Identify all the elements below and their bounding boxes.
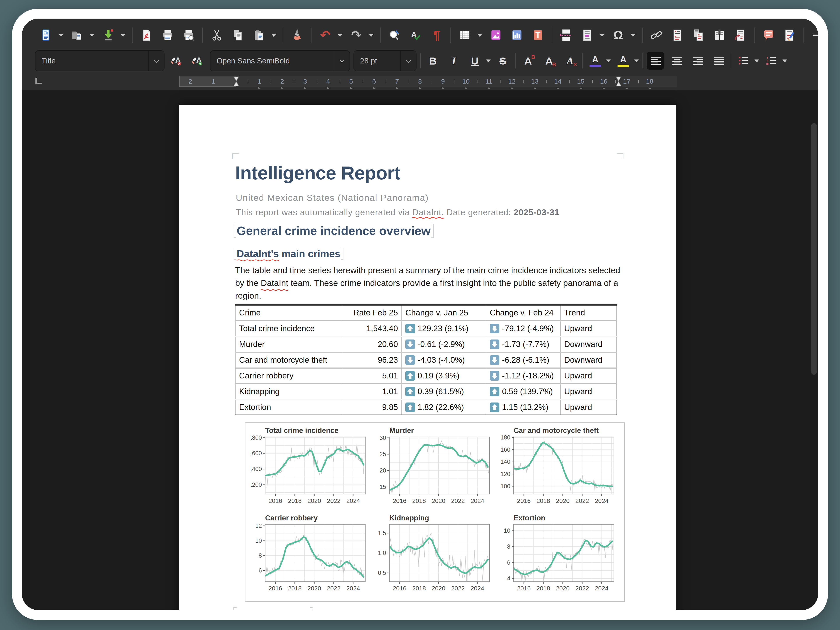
insert-bookmark-icon[interactable]: [712, 28, 727, 43]
align-left-button[interactable]: [647, 52, 664, 70]
trend-cell[interactable]: Upward: [561, 384, 616, 399]
change-feb-cell[interactable]: -1.73 (-7.7%): [486, 336, 561, 352]
table-row[interactable]: Total crime incidence1,543.40129.23 (9.1…: [235, 321, 616, 336]
save-icon[interactable]: [101, 28, 115, 43]
trend-cell[interactable]: Downward: [561, 336, 616, 352]
hyperlink-icon[interactable]: [649, 28, 664, 43]
open-folder-icon[interactable]: [70, 28, 84, 43]
special-character-icon[interactable]: Ω: [611, 28, 625, 43]
first-line-indent-marker[interactable]: [234, 76, 239, 87]
trend-cell[interactable]: Downward: [561, 352, 616, 368]
page-break-icon[interactable]: [559, 28, 573, 43]
trend-cell[interactable]: Upward: [561, 321, 616, 336]
change-jan-cell[interactable]: 129.23 (9.1%): [402, 321, 486, 336]
dropdown-caret[interactable]: [271, 34, 276, 37]
document-title[interactable]: Intelligence Report: [235, 162, 400, 184]
horizontal-line-icon[interactable]: [811, 28, 818, 43]
crime-cell[interactable]: Kidnapping: [235, 384, 342, 399]
spelling-icon[interactable]: A: [408, 28, 423, 43]
align-right-button[interactable]: [688, 52, 706, 70]
align-center-button[interactable]: [668, 52, 685, 70]
dropdown-caret[interactable]: [631, 34, 635, 37]
change-jan-cell[interactable]: 0.39 (61.5%): [402, 384, 486, 399]
document-subtitle[interactable]: United Mexican States (National Panorama…: [236, 193, 429, 203]
rate-cell[interactable]: 9.85: [342, 399, 402, 415]
tab-stop-selector[interactable]: [35, 77, 42, 84]
dropdown-caret[interactable]: [755, 60, 759, 62]
align-justify-button[interactable]: [710, 52, 727, 70]
formatting-marks-icon[interactable]: ¶: [429, 28, 444, 43]
dropdown-caret[interactable]: [634, 60, 639, 62]
cross-reference-icon[interactable]: [733, 28, 748, 43]
table-row[interactable]: Car and motorcycle theft96.23-4.03 (-4.0…: [235, 352, 616, 368]
new-style-button[interactable]: A: [189, 52, 207, 70]
change-feb-cell[interactable]: -1.12 (-18.2%): [486, 368, 561, 384]
insert-image-icon[interactable]: [489, 28, 503, 43]
bold-button[interactable]: B: [424, 52, 442, 70]
combobox-dropdown-button[interactable]: [148, 51, 164, 71]
strikethrough-button[interactable]: S: [494, 52, 512, 70]
font-name-combobox[interactable]: Open Sans SemiBold: [210, 50, 350, 71]
insert-comment-icon[interactable]: [761, 28, 776, 43]
crime-cell[interactable]: Car and motorcycle theft: [235, 352, 342, 368]
change-feb-cell[interactable]: -6.28 (-6.1%): [486, 352, 561, 368]
crime-cell[interactable]: Murder: [235, 336, 342, 352]
trend-cell[interactable]: Upward: [561, 399, 616, 415]
change-feb-cell[interactable]: -79.12 (-4.9%): [486, 321, 561, 336]
dropdown-caret[interactable]: [606, 60, 611, 62]
print-preview-icon[interactable]: [182, 28, 196, 43]
change-jan-cell[interactable]: -0.61 (-2.9%): [402, 336, 486, 352]
paragraph-style-combobox[interactable]: Title: [35, 50, 164, 71]
insert-textbox-icon[interactable]: [531, 28, 545, 43]
vertical-scrollbar-thumb[interactable]: [811, 123, 817, 375]
horizontal-ruler[interactable]: 21123456789101112131415161718: [179, 76, 677, 87]
redo-icon[interactable]: ↷: [349, 28, 363, 43]
insert-footnote-icon[interactable]: [670, 28, 685, 43]
dropdown-caret[interactable]: [486, 60, 491, 62]
change-jan-cell[interactable]: 1.82 (22.6%): [402, 399, 486, 415]
body-paragraph[interactable]: The table and time series herewith prese…: [235, 264, 627, 302]
superscript-button[interactable]: AB: [519, 52, 537, 70]
combobox-dropdown-button[interactable]: [334, 51, 350, 71]
dropdown-caret[interactable]: [338, 34, 343, 37]
dropdown-caret[interactable]: [783, 60, 787, 62]
heading-2[interactable]: DataInt’s main crimes: [234, 248, 343, 260]
print-icon[interactable]: [160, 28, 175, 43]
change-jan-cell[interactable]: -4.03 (-4.0%): [402, 352, 486, 368]
paste-icon[interactable]: [251, 28, 266, 43]
clone-formatting-icon[interactable]: [290, 28, 304, 43]
find-replace-icon[interactable]: [387, 28, 402, 43]
bullet-list-button[interactable]: [735, 52, 752, 70]
update-style-button[interactable]: A: [168, 52, 185, 70]
rate-cell[interactable]: 1,543.40: [342, 321, 402, 336]
rate-cell[interactable]: 20.60: [342, 336, 402, 352]
document-meta-line[interactable]: This report was automatically generated …: [236, 208, 560, 217]
dropdown-caret[interactable]: [600, 34, 605, 37]
dropdown-caret[interactable]: [477, 34, 482, 37]
right-indent-marker[interactable]: [616, 76, 622, 87]
table-row[interactable]: Kidnapping1.010.39 (61.5%)0.59 (139.7%)U…: [235, 384, 616, 399]
insert-chart-icon[interactable]: [510, 28, 524, 43]
heading-1[interactable]: General crime incidence overview: [234, 223, 434, 238]
rate-cell[interactable]: 5.01: [342, 368, 402, 384]
copy-icon[interactable]: [231, 28, 245, 43]
trend-cell[interactable]: Upward: [561, 368, 616, 384]
crime-cell[interactable]: Total crime incidence: [235, 321, 342, 336]
subscript-button[interactable]: AB: [540, 52, 558, 70]
font-size-combobox[interactable]: 28 pt: [354, 50, 417, 71]
rate-cell[interactable]: 1.01: [342, 384, 402, 399]
dropdown-caret[interactable]: [90, 34, 95, 37]
new-document-icon[interactable]: [39, 28, 54, 43]
dropdown-caret[interactable]: [369, 34, 374, 37]
clear-formatting-button[interactable]: A✕: [561, 52, 579, 70]
undo-icon[interactable]: ↶: [318, 28, 333, 43]
document-page[interactable]: Intelligence Report United Mexican State…: [179, 105, 676, 610]
crime-cell[interactable]: Carrier robbery: [235, 368, 342, 384]
rate-cell[interactable]: 96.23: [342, 352, 402, 368]
font-color-button[interactable]: A: [586, 52, 604, 70]
export-pdf-icon[interactable]: [139, 28, 154, 43]
highlight-color-button[interactable]: A: [614, 52, 632, 70]
dropdown-caret[interactable]: [121, 34, 126, 37]
charts-figure[interactable]: 120014001600180020162018202020222024Tota…: [245, 422, 625, 602]
track-changes-icon[interactable]: [783, 28, 797, 43]
